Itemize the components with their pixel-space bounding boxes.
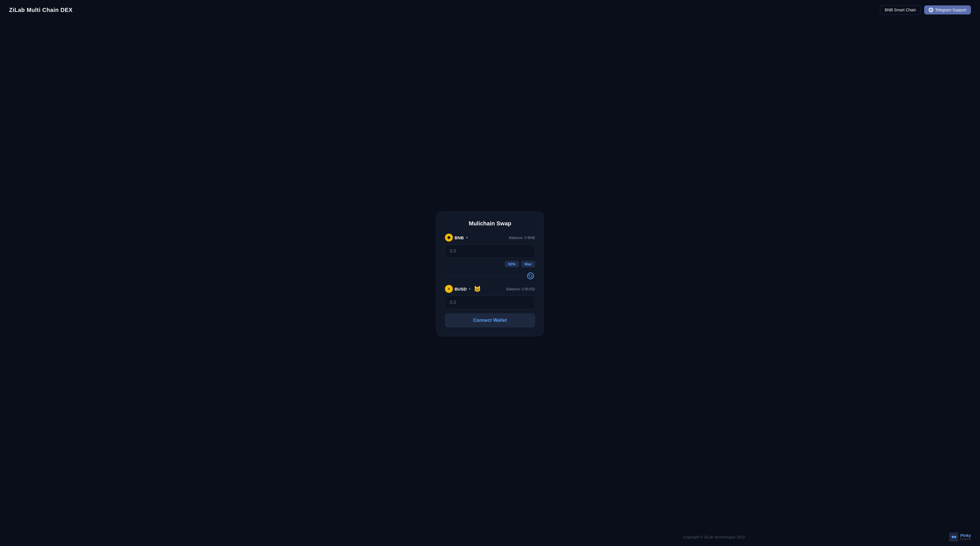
main-content: Mulichain Swap BNB ▼ Balance: 0 BNB 50% … (0, 20, 980, 528)
pinky-text-top: Pinky (961, 533, 971, 538)
to-token-chevron: ▼ (468, 287, 471, 290)
to-token-selector[interactable]: $ BUSD ▼ 🐱 (445, 285, 481, 293)
swap-arrows-icon (527, 273, 534, 279)
divider-row (445, 271, 535, 280)
from-amount-input[interactable] (450, 249, 530, 254)
pinky-text-bottom: Finance (960, 538, 971, 541)
cat-emoji: 🐱 (474, 286, 481, 292)
to-token-row: $ BUSD ▼ 🐱 Balance: 0 BUSD (445, 285, 535, 293)
swap-title: Mulichain Swap (445, 220, 535, 227)
telegram-icon (929, 8, 933, 12)
to-token-balance: Balance: 0 BUSD (506, 287, 535, 291)
fifty-percent-button[interactable]: 50% (505, 261, 519, 267)
telegram-label: Telegram Support (935, 8, 966, 12)
from-token-row: BNB ▼ Balance: 0 BNB (445, 233, 535, 241)
from-token-selector[interactable]: BNB ▼ (445, 233, 468, 241)
from-token-balance: Balance: 0 BNB (509, 236, 535, 240)
to-input-wrapper (445, 296, 535, 309)
max-button[interactable]: Max (521, 261, 535, 267)
header: ZiLab Multi Chain DEX BNB Smart Chain Te… (0, 0, 980, 20)
to-token-name: BUSD (455, 287, 467, 291)
pinky-logo-icon (949, 532, 958, 541)
logo: ZiLab Multi Chain DEX (9, 7, 73, 13)
busd-icon: $ (445, 285, 453, 293)
divider-left (445, 276, 523, 276)
from-input-wrapper (445, 244, 535, 258)
footer-copyright: Copyright © ZiLab Technologies 2023 (479, 535, 949, 539)
footer: Copyright © ZiLab Technologies 2023 Pink… (0, 528, 980, 546)
from-token-chevron: ▼ (466, 236, 468, 239)
network-button[interactable]: BNB Smart Chain (880, 5, 921, 15)
bnb-icon (445, 233, 453, 241)
swap-direction-button[interactable] (526, 271, 535, 280)
to-amount-input[interactable] (450, 300, 530, 305)
pinky-finance-logo: Pinky Finance (949, 532, 971, 541)
telegram-button[interactable]: Telegram Support (924, 5, 971, 14)
connect-wallet-button[interactable]: Connect Wallet (445, 313, 535, 327)
from-token-name: BNB (455, 235, 464, 240)
pinky-logo-text: Pinky Finance (960, 533, 971, 541)
header-actions: BNB Smart Chain Telegram Support (880, 5, 971, 15)
percentage-row: 50% Max (445, 261, 535, 267)
swap-card: Mulichain Swap BNB ▼ Balance: 0 BNB 50% … (436, 211, 544, 336)
